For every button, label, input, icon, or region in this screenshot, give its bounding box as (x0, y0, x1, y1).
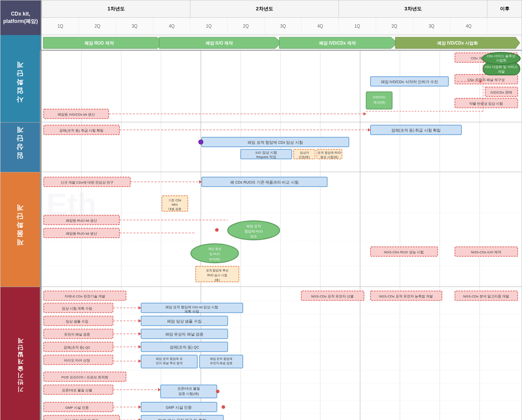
svg-text:제두: 제두 (250, 235, 257, 239)
sidebar-s2: 임상단계 (0, 122, 41, 172)
svg-text:사업화: 사업화 (496, 58, 506, 62)
timeline-bars: 폐암 RUO 제작 폐암 IUO 제작 폐암 IVD/CDx 제작 폐암 IVD… (42, 35, 522, 51)
svg-text:패암 임상 샘플 수집: 패암 임상 샘플 수집 (167, 319, 201, 323)
svg-text:Eth: Eth (46, 187, 97, 222)
q5: 1Q (190, 18, 227, 35)
svg-text:패암 유성자 패널 검증: 패암 유성자 패널 검증 (165, 332, 203, 336)
svg-text:패암 표적 항암제 유: 패암 표적 항암제 유 (156, 357, 183, 361)
diagram-content: 패암등 IVD/CDx kit 생산 IVD/CDx 제선(예) 패암 IVD/… (42, 51, 522, 420)
s3-label: 제품화단계 (16, 208, 25, 251)
svg-text:평성 시험(예): 평성 시험(예) (320, 155, 338, 159)
svg-text:신규 개발 CDx에 대한 전임상 연구: 신규 개발 CDx에 대한 전임상 연구 (61, 181, 114, 184)
svg-text:제작(예): 제작(예) (209, 258, 220, 261)
svg-text:kit비: kit비 (172, 203, 178, 206)
svg-text:폐암 RUO 제작: 폐암 RUO 제작 (84, 41, 114, 45)
svg-text:전자 패널 후보 탐색: 전자 패널 후보 탐색 (156, 362, 183, 365)
svg-marker-174 (158, 388, 161, 391)
q4: 4Q (153, 18, 190, 35)
platform-title-cell: CDx kit, platform(폐암) (0, 0, 42, 35)
svg-text:패암등 IVD/CDx kit 생산: 패암등 IVD/CDx kit 생산 (58, 113, 95, 116)
q3: 3Q (116, 18, 153, 35)
svg-text:GMP 시설 인증: GMP 시설 인증 (166, 405, 192, 410)
svg-text:바이오 마커 선정: 바이오 마커 선정 (64, 359, 90, 362)
platform-title: CDx kit, platform(폐암) (0, 10, 41, 25)
q-later (487, 18, 522, 35)
q8: 4Q (301, 18, 338, 35)
q11: 3Q (413, 18, 450, 35)
svg-marker-45 (364, 112, 366, 116)
year3-header: 3차년도 (338, 0, 487, 18)
svg-text:NGS-CDx 표적 유전자 선별: NGS-CDx 표적 유전자 선별 (311, 294, 354, 298)
svg-point-181 (222, 405, 225, 409)
svg-text:CDx 서비스 솔루션: CDx 서비스 솔루션 (487, 54, 516, 58)
q2: 2Q (79, 18, 116, 35)
main-svg: 패암등 IVD/CDx kit 생산 IVD/CDx 제선(예) 패암 IVD/… (42, 51, 522, 420)
quarter-header-row: 1Q 2Q 3Q 4Q 1Q 2Q 3Q 4Q 1Q 2Q 3Q 4Q (42, 18, 522, 35)
svg-text:폐암 IVD/CDx 사업화: 폐암 IVD/CDx 사업화 (437, 41, 478, 45)
svg-text:자제내 CDx 핀전기술 개발: 자제내 CDx 핀전기술 개발 (64, 294, 105, 298)
svg-text:GMP 시설 인증: GMP 시설 인증 (65, 406, 89, 410)
left-sidebar: 사업화단계 임상단계 제품화단계 기반기술개발단계 (0, 51, 42, 420)
svg-text:및 RUO: 및 RUO (209, 252, 220, 256)
sidebar-s4: 기반기술개발단계 (0, 287, 41, 420)
svg-text:패임 표적 항암제: 패임 표적 항암제 (210, 357, 233, 361)
svg-marker-170 (139, 345, 141, 349)
svg-text:제선(예): 제선(예) (373, 100, 386, 104)
svg-marker-166 (139, 319, 141, 323)
svg-text:RUO 실사 시험: RUO 실사 시험 (207, 274, 227, 277)
svg-text:개발: 개발 (498, 70, 505, 74)
svg-text:검체(조직 등) QC: 검체(조직 등) QC (170, 345, 199, 349)
svg-text:기존 CDx: 기존 CDx (168, 199, 181, 202)
svg-text:대법 검증: 대법 검증 (168, 207, 181, 211)
svg-text:선정(예): 선정(예) (299, 155, 309, 159)
q10: 2Q (376, 18, 413, 35)
svg-text:임상 시험 계획 수립: 임상 시험 계획 수립 (62, 307, 93, 310)
svg-text:항암제 RUO: 항암제 RUO (245, 229, 263, 233)
svg-text:IUO 업상 시험: IUO 업상 시험 (255, 151, 277, 155)
svg-text:NGS-CDx 표적 유전자 농축법 개발: NGS-CDx 표적 유전자 농축법 개발 (379, 294, 433, 298)
svg-text:패암 표적: 패암 표적 (246, 224, 261, 228)
svg-text:(예): (예) (215, 278, 219, 282)
svg-text:폐암 IUO 제작: 폐암 IUO 제작 (206, 41, 233, 45)
svg-marker-178 (139, 418, 141, 420)
svg-text:Request 작성: Request 작성 (256, 155, 276, 159)
q1: 1Q (42, 18, 79, 35)
q6: 2Q (227, 18, 264, 35)
svg-text:표적 항암제 RUO: 표적 항암제 RUO (318, 151, 341, 155)
timeline-section: 폐암 RUO 제작 폐암 IUO 제작 폐암 IVD/CDx 제작 폐암 IVD… (0, 35, 522, 51)
svg-text:CDx 사업화 및 서비스: CDx 사업화 및 서비스 (485, 65, 518, 69)
svg-text:패임 형성: 패임 형성 (208, 247, 221, 251)
q12: 4Q (450, 18, 487, 35)
svg-marker-164 (139, 306, 141, 310)
sidebar-s1: 사업화단계 (0, 51, 41, 122)
svg-marker-172 (139, 359, 141, 363)
svg-text:약물 반응성 임상 시험: 약물 반응성 임상 시험 (469, 102, 503, 106)
svg-text:검체(조직 등) 취급 시험 확립: 검체(조직 등) 취급 시험 확립 (59, 129, 103, 132)
header-years: 1차년도 2차년도 3차년도 이후 1Q 2Q 3Q 4Q 1Q 2Q 3Q 4… (42, 0, 522, 35)
year-later-header: 이후 (487, 0, 522, 18)
year2-header: 2차년도 (190, 0, 338, 18)
svg-point-179 (215, 228, 219, 232)
svg-point-63 (199, 140, 203, 144)
svg-text:유전자 패널 검증: 유전자 패널 검증 (210, 362, 233, 365)
svg-text:PCR 프라이머 / 프로브 최적화: PCR 프라이머 / 프로브 최적화 (61, 375, 108, 379)
svg-marker-98 (199, 180, 202, 184)
svg-marker-176 (139, 405, 141, 409)
main-page: CDx kit, platform(폐암) 1차년도 2차년도 3차년도 이후 … (0, 0, 522, 420)
q7: 3Q (264, 18, 302, 35)
svg-text:유전자 패널 검증: 유전자 패널 검증 (64, 333, 90, 336)
svg-text:패암 IVD/CDx 식약처 인허가 수진: 패암 IVD/CDx 식약처 인허가 수진 (381, 80, 438, 84)
svg-text:검증 시험(예): 검증 시험(예) (178, 392, 199, 396)
svg-text:NGS-CDx IUO 제작: NGS-CDx IUO 제작 (471, 250, 501, 254)
year-header-row: 1차년도 2차년도 3차년도 이후 (42, 0, 522, 18)
s1-label: 사업화단계 (16, 65, 25, 108)
svg-marker-168 (139, 332, 141, 336)
year1-header: 1차년도 (42, 0, 190, 18)
svg-text:RUO 생산 공장 연구 및 확립: RUO 생산 공장 연구 및 확립 (158, 418, 206, 420)
svg-text:IVD/CDx 판매: IVD/CDx 판매 (490, 90, 512, 94)
svg-point-180 (216, 390, 219, 393)
svg-text:페 CDx RUO의 기존 제품과의 비교 시험: 페 CDx RUO의 기존 제품과의 비교 시험 (230, 180, 299, 184)
svg-text:검체(조직 등) 취급 시험 확립: 검체(조직 등) 취급 시험 확립 (391, 128, 441, 132)
svg-text:패임 표적 항암제 CDx 임상 시험: 패임 표적 항암제 CDx 임상 시험 (248, 140, 303, 145)
svg-text:표준/대조 물질 선별: 표준/대조 물질 선별 (62, 388, 93, 392)
